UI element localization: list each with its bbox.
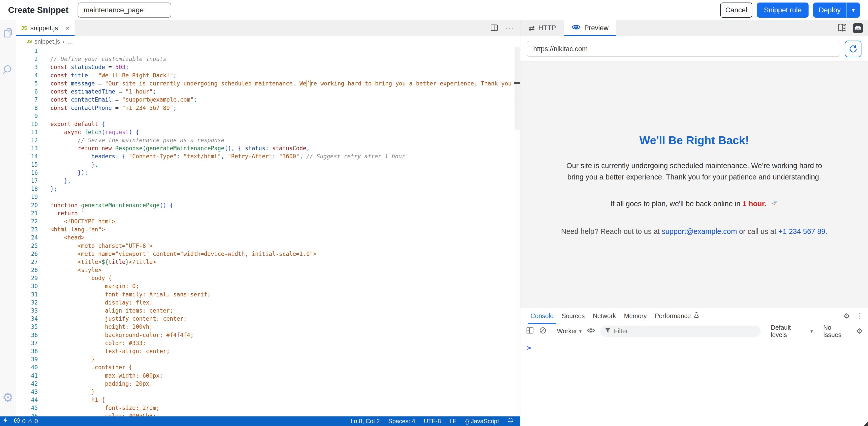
code-line[interactable]: 27 <title>${title}</title>: [16, 258, 520, 266]
status-item[interactable]: Ln 8, Col 2: [350, 418, 380, 425]
more-actions-icon[interactable]: ···: [505, 24, 515, 32]
deploy-button[interactable]: Deploy: [813, 2, 846, 18]
code-line[interactable]: 10export default {: [16, 120, 520, 128]
issues-counter[interactable]: No Issues: [823, 324, 851, 339]
devtools-tab-console[interactable]: Console: [526, 308, 558, 324]
snippet-rule-button[interactable]: Snippet rule: [757, 2, 809, 18]
code-line[interactable]: 29 body {: [16, 274, 520, 282]
code-line[interactable]: 35 height: 100vh;: [16, 323, 520, 331]
code-line[interactable]: 28 <style>: [16, 266, 520, 274]
tab-snippet-js[interactable]: JS snippet.js ×: [16, 20, 74, 36]
remote-indicator-icon[interactable]: [2, 417, 8, 426]
code-line[interactable]: 8const contactPhone = "+1 234 567 89";: [16, 104, 520, 112]
tab-preview[interactable]: Preview: [564, 20, 616, 36]
devtools-settings-icon[interactable]: ⚙: [843, 312, 850, 320]
code-line[interactable]: 42 padding: 20px;: [16, 379, 520, 388]
status-item[interactable]: LF: [450, 418, 457, 425]
files-icon[interactable]: [2, 27, 13, 40]
code-line[interactable]: 33 align-items: center;: [16, 307, 520, 315]
resize-handle[interactable]: [864, 422, 868, 426]
breadcrumb[interactable]: JS snippet.js › …: [16, 36, 520, 47]
code-line[interactable]: 3const statusCode = 503;: [16, 63, 520, 71]
code-line[interactable]: 23<html lang="en">: [16, 225, 520, 233]
code-line[interactable]: 24 <head>: [16, 233, 520, 242]
kebab-menu-icon[interactable]: ⋮: [857, 312, 864, 320]
close-icon[interactable]: ×: [65, 24, 69, 32]
support-email-link[interactable]: support@example.com: [662, 227, 737, 235]
settings-gear-icon[interactable]: ⚙: [2, 391, 13, 404]
editor-scrollbar[interactable]: [514, 47, 520, 426]
status-item[interactable]: UTF-8: [424, 418, 441, 425]
code-line[interactable]: 21 return `: [16, 209, 520, 217]
code-line[interactable]: 17 },: [16, 177, 520, 185]
code-line[interactable]: 19: [16, 193, 520, 201]
log-levels-selector[interactable]: Default levels ▾: [771, 324, 813, 339]
code-line[interactable]: 38 text-align: center;: [16, 347, 520, 355]
code-line[interactable]: 6const estimatedTime = "1 hour";: [16, 87, 520, 95]
console-settings-icon[interactable]: ⚙: [856, 327, 863, 335]
code-line[interactable]: 7const contactEmail = "support@example.c…: [16, 95, 520, 104]
code-line[interactable]: 30 margin: 0;: [16, 282, 520, 290]
problems-indicator[interactable]: 0 ⚠ 0: [13, 417, 38, 425]
cancel-button[interactable]: Cancel: [720, 2, 752, 18]
devtools-tab-performance[interactable]: Performance: [651, 308, 703, 324]
code-line[interactable]: 20function generateMaintenancePage() {: [16, 201, 520, 209]
code-editor[interactable]: 12// Define your customizable inputs3con…: [16, 47, 520, 426]
clear-console-icon[interactable]: [539, 327, 547, 336]
code-line[interactable]: 15 },: [16, 161, 520, 169]
scrollbar-thumb[interactable]: [515, 47, 520, 130]
javascript-file-icon: JS: [21, 25, 27, 31]
context-selector[interactable]: Worker ▾: [557, 328, 582, 335]
docs-book-icon[interactable]: [837, 23, 847, 34]
discord-icon[interactable]: [853, 23, 863, 33]
status-item[interactable]: Spaces: 4: [389, 418, 415, 425]
deploy-dropdown-button[interactable]: ▾: [846, 2, 860, 18]
code-line[interactable]: 5const message = "Our site is currently …: [16, 79, 520, 87]
line-number: 39: [16, 355, 38, 363]
notifications-bell-icon[interactable]: [507, 417, 514, 425]
split-editor-icon[interactable]: [490, 24, 498, 33]
code-line[interactable]: 22 <!DOCTYPE html>: [16, 217, 520, 225]
code-line[interactable]: 43 }: [16, 388, 520, 396]
devtools-tab-label: Sources: [562, 312, 585, 320]
console-prompt[interactable]: >: [527, 344, 531, 352]
snippet-name-input[interactable]: [78, 2, 171, 18]
code-line[interactable]: 39 }: [16, 355, 520, 363]
code-line[interactable]: 31 font-family: Arial, sans-serif;: [16, 290, 520, 299]
search-icon[interactable]: [2, 64, 14, 77]
code-line[interactable]: 4const title = "We'll Be Right Back!";: [16, 71, 520, 79]
breadcrumb-separator: ›: [62, 38, 64, 45]
devtools-tab-label: Console: [530, 312, 554, 320]
language-mode[interactable]: {} JavaScript: [465, 418, 499, 425]
code-line[interactable]: 37 color: #333;: [16, 339, 520, 347]
devtools-tab-network[interactable]: Network: [589, 308, 620, 324]
code-line[interactable]: 25 <meta charset="UTF-8">: [16, 242, 520, 250]
code-line[interactable]: 41 max-width: 600px;: [16, 372, 520, 379]
code-line[interactable]: 32 display: flex;: [16, 299, 520, 307]
code-line[interactable]: 40 .container {: [16, 363, 520, 371]
code-line[interactable]: 9: [16, 112, 520, 120]
code-line[interactable]: 36 background-color: #f4f4f4;: [16, 331, 520, 339]
code-line[interactable]: 45 font-size: 2rem;: [16, 404, 520, 412]
code-line[interactable]: 1: [16, 47, 520, 55]
code-line[interactable]: 13 return new Response(generateMaintenan…: [16, 144, 520, 152]
code-line[interactable]: 14 headers: { "Content-Type": "text/html…: [16, 152, 520, 160]
console-output[interactable]: >: [520, 338, 868, 426]
devtools-tab-sources[interactable]: Sources: [558, 308, 589, 324]
url-input[interactable]: [527, 41, 840, 57]
code-line[interactable]: 2// Define your customizable inputs: [16, 55, 520, 63]
tab-http[interactable]: ⇄ HTTP: [521, 20, 564, 36]
refresh-button[interactable]: [845, 40, 862, 57]
live-expression-eye-icon[interactable]: [587, 327, 595, 335]
code-line[interactable]: 44 h1 {: [16, 396, 520, 404]
console-sidebar-toggle-icon[interactable]: [526, 327, 534, 336]
phone-link[interactable]: +1 234 567 89: [778, 227, 825, 235]
filter-input[interactable]: [614, 328, 756, 335]
code-line[interactable]: 26 <meta name="viewport" content="width=…: [16, 250, 520, 258]
code-line[interactable]: 34 justify-content: center;: [16, 315, 520, 323]
console-filter[interactable]: [600, 326, 761, 337]
devtools-tab-memory[interactable]: Memory: [620, 308, 651, 324]
preview-tab-label: Preview: [584, 24, 609, 32]
code-line[interactable]: 18};: [16, 185, 520, 193]
code-line[interactable]: 16 });: [16, 169, 520, 177]
